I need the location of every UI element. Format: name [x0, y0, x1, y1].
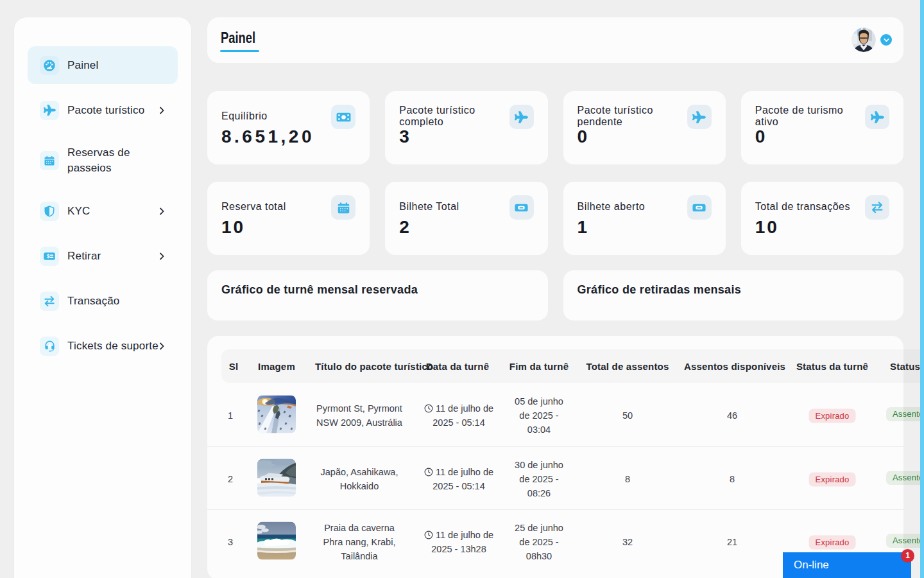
svg-text:$: $	[47, 253, 50, 259]
